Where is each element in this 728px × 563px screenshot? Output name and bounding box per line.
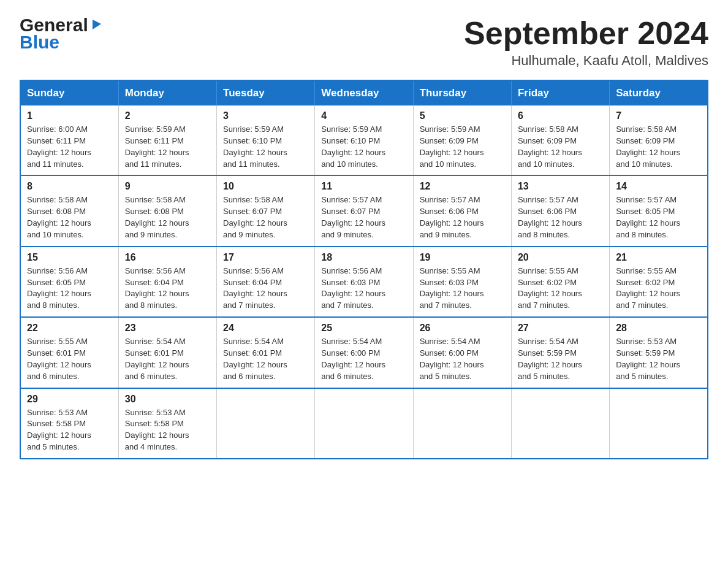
day-info: Sunrise: 5:55 AMSunset: 6:02 PMDaylight:… <box>616 266 701 312</box>
day-info: Sunrise: 5:56 AMSunset: 6:03 PMDaylight:… <box>321 266 406 312</box>
calendar-cell: 20Sunrise: 5:55 AMSunset: 6:02 PMDayligh… <box>511 247 609 317</box>
calendar-cell: 25Sunrise: 5:54 AMSunset: 6:00 PMDayligh… <box>315 317 413 388</box>
day-info: Sunrise: 5:53 AMSunset: 5:58 PMDaylight:… <box>125 407 210 453</box>
calendar-week-row: 22Sunrise: 5:55 AMSunset: 6:01 PMDayligh… <box>20 317 708 388</box>
header-thursday: Thursday <box>413 80 511 105</box>
day-info: Sunrise: 5:57 AMSunset: 6:06 PMDaylight:… <box>518 194 603 240</box>
day-number: 20 <box>518 252 603 263</box>
title-block: September 2024 Hulhumale, Kaafu Atoll, M… <box>464 15 708 69</box>
day-info: Sunrise: 5:53 AMSunset: 5:58 PMDaylight:… <box>27 407 112 453</box>
day-number: 24 <box>223 323 308 334</box>
calendar-cell: 4Sunrise: 5:59 AMSunset: 6:10 PMDaylight… <box>315 105 413 175</box>
day-number: 28 <box>616 323 701 334</box>
day-number: 6 <box>518 110 603 121</box>
calendar-cell: 8Sunrise: 5:58 AMSunset: 6:08 PMDaylight… <box>20 175 118 246</box>
day-info: Sunrise: 5:55 AMSunset: 6:02 PMDaylight:… <box>518 266 603 312</box>
day-number: 12 <box>420 181 505 192</box>
logo-blue-text: Blue <box>20 32 59 53</box>
day-number: 11 <box>321 181 406 192</box>
calendar-cell: 28Sunrise: 5:53 AMSunset: 5:59 PMDayligh… <box>610 317 708 388</box>
calendar-cell: 30Sunrise: 5:53 AMSunset: 5:58 PMDayligh… <box>118 388 216 459</box>
day-number: 18 <box>321 252 406 263</box>
day-info: Sunrise: 6:00 AMSunset: 6:11 PMDaylight:… <box>27 124 112 170</box>
day-info: Sunrise: 5:58 AMSunset: 6:07 PMDaylight:… <box>223 194 308 240</box>
calendar-cell: 3Sunrise: 5:59 AMSunset: 6:10 PMDaylight… <box>217 105 315 175</box>
day-number: 4 <box>321 110 406 121</box>
day-number: 16 <box>125 252 210 263</box>
calendar-cell: 29Sunrise: 5:53 AMSunset: 5:58 PMDayligh… <box>20 388 118 459</box>
svg-marker-0 <box>93 20 101 29</box>
main-title: September 2024 <box>464 15 708 52</box>
calendar-cell: 11Sunrise: 5:57 AMSunset: 6:07 PMDayligh… <box>315 175 413 246</box>
calendar-cell <box>610 388 708 459</box>
calendar-week-row: 15Sunrise: 5:56 AMSunset: 6:05 PMDayligh… <box>20 247 708 317</box>
calendar-cell: 10Sunrise: 5:58 AMSunset: 6:07 PMDayligh… <box>217 175 315 246</box>
day-number: 8 <box>27 181 112 192</box>
header-sunday: Sunday <box>20 80 118 105</box>
calendar-cell: 19Sunrise: 5:55 AMSunset: 6:03 PMDayligh… <box>413 247 511 317</box>
calendar-cell: 26Sunrise: 5:54 AMSunset: 6:00 PMDayligh… <box>413 317 511 388</box>
day-info: Sunrise: 5:56 AMSunset: 6:04 PMDaylight:… <box>223 266 308 312</box>
day-info: Sunrise: 5:55 AMSunset: 6:01 PMDaylight:… <box>27 336 112 382</box>
day-info: Sunrise: 5:54 AMSunset: 6:01 PMDaylight:… <box>223 336 308 382</box>
day-number: 19 <box>420 252 505 263</box>
day-info: Sunrise: 5:59 AMSunset: 6:09 PMDaylight:… <box>420 124 505 170</box>
day-info: Sunrise: 5:57 AMSunset: 6:06 PMDaylight:… <box>420 194 505 240</box>
day-info: Sunrise: 5:54 AMSunset: 6:01 PMDaylight:… <box>125 336 210 382</box>
calendar-header-row: SundayMondayTuesdayWednesdayThursdayFrid… <box>20 80 708 105</box>
page-header: General Blue September 2024 Hulhumale, K… <box>20 15 708 69</box>
day-info: Sunrise: 5:59 AMSunset: 6:10 PMDaylight:… <box>321 124 406 170</box>
day-number: 3 <box>223 110 308 121</box>
calendar-cell: 17Sunrise: 5:56 AMSunset: 6:04 PMDayligh… <box>217 247 315 317</box>
day-number: 25 <box>321 323 406 334</box>
day-number: 15 <box>27 252 112 263</box>
calendar-cell: 1Sunrise: 6:00 AMSunset: 6:11 PMDaylight… <box>20 105 118 175</box>
header-friday: Friday <box>511 80 609 105</box>
day-number: 7 <box>616 110 701 121</box>
day-info: Sunrise: 5:54 AMSunset: 6:00 PMDaylight:… <box>420 336 505 382</box>
day-info: Sunrise: 5:54 AMSunset: 5:59 PMDaylight:… <box>518 336 603 382</box>
day-number: 17 <box>223 252 308 263</box>
calendar-cell: 15Sunrise: 5:56 AMSunset: 6:05 PMDayligh… <box>20 247 118 317</box>
logo-arrow-icon <box>90 20 104 31</box>
calendar-cell <box>413 388 511 459</box>
day-info: Sunrise: 5:58 AMSunset: 6:09 PMDaylight:… <box>518 124 603 170</box>
calendar-cell: 7Sunrise: 5:58 AMSunset: 6:09 PMDaylight… <box>610 105 708 175</box>
calendar-cell <box>511 388 609 459</box>
day-number: 1 <box>27 110 112 121</box>
calendar-week-row: 29Sunrise: 5:53 AMSunset: 5:58 PMDayligh… <box>20 388 708 459</box>
calendar-cell: 24Sunrise: 5:54 AMSunset: 6:01 PMDayligh… <box>217 317 315 388</box>
day-number: 5 <box>420 110 505 121</box>
day-info: Sunrise: 5:55 AMSunset: 6:03 PMDaylight:… <box>420 266 505 312</box>
calendar-cell: 23Sunrise: 5:54 AMSunset: 6:01 PMDayligh… <box>118 317 216 388</box>
day-info: Sunrise: 5:57 AMSunset: 6:05 PMDaylight:… <box>616 194 701 240</box>
calendar-cell: 6Sunrise: 5:58 AMSunset: 6:09 PMDaylight… <box>511 105 609 175</box>
day-number: 30 <box>125 394 210 405</box>
calendar-cell: 21Sunrise: 5:55 AMSunset: 6:02 PMDayligh… <box>610 247 708 317</box>
day-number: 2 <box>125 110 210 121</box>
day-info: Sunrise: 5:59 AMSunset: 6:11 PMDaylight:… <box>125 124 210 170</box>
header-monday: Monday <box>118 80 216 105</box>
calendar-cell: 27Sunrise: 5:54 AMSunset: 5:59 PMDayligh… <box>511 317 609 388</box>
day-number: 23 <box>125 323 210 334</box>
calendar-cell: 12Sunrise: 5:57 AMSunset: 6:06 PMDayligh… <box>413 175 511 246</box>
day-number: 22 <box>27 323 112 334</box>
day-number: 9 <box>125 181 210 192</box>
day-info: Sunrise: 5:56 AMSunset: 6:04 PMDaylight:… <box>125 266 210 312</box>
calendar-cell <box>217 388 315 459</box>
header-wednesday: Wednesday <box>315 80 413 105</box>
day-info: Sunrise: 5:56 AMSunset: 6:05 PMDaylight:… <box>27 266 112 312</box>
day-number: 27 <box>518 323 603 334</box>
day-info: Sunrise: 5:58 AMSunset: 6:09 PMDaylight:… <box>616 124 701 170</box>
header-saturday: Saturday <box>610 80 708 105</box>
day-number: 26 <box>420 323 505 334</box>
day-info: Sunrise: 5:57 AMSunset: 6:07 PMDaylight:… <box>321 194 406 240</box>
calendar-cell: 16Sunrise: 5:56 AMSunset: 6:04 PMDayligh… <box>118 247 216 317</box>
logo: General Blue <box>20 15 104 53</box>
day-number: 13 <box>518 181 603 192</box>
day-info: Sunrise: 5:54 AMSunset: 6:00 PMDaylight:… <box>321 336 406 382</box>
calendar-cell: 14Sunrise: 5:57 AMSunset: 6:05 PMDayligh… <box>610 175 708 246</box>
calendar-week-row: 8Sunrise: 5:58 AMSunset: 6:08 PMDaylight… <box>20 175 708 246</box>
day-info: Sunrise: 5:58 AMSunset: 6:08 PMDaylight:… <box>27 194 112 240</box>
day-info: Sunrise: 5:53 AMSunset: 5:59 PMDaylight:… <box>616 336 701 382</box>
